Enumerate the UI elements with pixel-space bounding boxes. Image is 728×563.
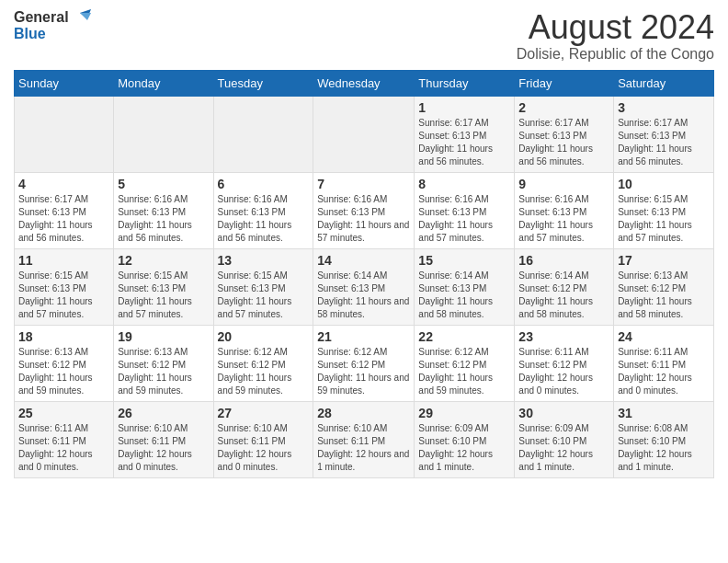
day-number: 7 — [317, 177, 410, 191]
header-sunday: Sunday — [15, 70, 114, 96]
header-saturday: Saturday — [614, 70, 714, 96]
logo-bird-icon — [71, 9, 91, 26]
day-number: 29 — [418, 406, 510, 420]
calendar-cell: 23Sunrise: 6:11 AM Sunset: 6:12 PM Dayli… — [515, 325, 614, 401]
calendar-cell: 2Sunrise: 6:17 AM Sunset: 6:13 PM Daylig… — [515, 96, 614, 172]
calendar-cell: 19Sunrise: 6:13 AM Sunset: 6:12 PM Dayli… — [114, 325, 213, 401]
calendar-cell: 15Sunrise: 6:14 AM Sunset: 6:13 PM Dayli… — [415, 248, 515, 325]
day-number: 14 — [317, 253, 410, 268]
calendar-cell: 4Sunrise: 6:17 AM Sunset: 6:13 PM Daylig… — [15, 172, 114, 248]
header: General Blue August 2024 Dolisie, Republ… — [14, 9, 714, 63]
day-info: Sunrise: 6:17 AM Sunset: 6:13 PM Dayligh… — [18, 193, 109, 245]
logo-blue: Blue — [14, 26, 91, 42]
day-info: Sunrise: 6:16 AM Sunset: 6:13 PM Dayligh… — [418, 193, 510, 245]
day-number: 21 — [317, 329, 410, 344]
calendar-cell: 8Sunrise: 6:16 AM Sunset: 6:13 PM Daylig… — [415, 172, 515, 248]
day-number: 9 — [518, 177, 609, 191]
day-info: Sunrise: 6:16 AM Sunset: 6:13 PM Dayligh… — [518, 193, 609, 245]
day-info: Sunrise: 6:11 AM Sunset: 6:11 PM Dayligh… — [18, 422, 109, 474]
day-number: 17 — [618, 253, 710, 268]
day-number: 28 — [317, 406, 410, 420]
day-number: 1 — [418, 100, 510, 115]
day-number: 26 — [118, 406, 209, 420]
day-info: Sunrise: 6:09 AM Sunset: 6:10 PM Dayligh… — [518, 422, 609, 474]
calendar-cell — [213, 96, 313, 172]
day-number: 18 — [18, 329, 109, 344]
calendar-cell — [15, 96, 114, 172]
day-number: 8 — [418, 177, 510, 191]
day-info: Sunrise: 6:15 AM Sunset: 6:13 PM Dayligh… — [218, 270, 310, 321]
day-number: 15 — [418, 253, 510, 268]
day-number: 19 — [118, 329, 209, 344]
day-info: Sunrise: 6:14 AM Sunset: 6:12 PM Dayligh… — [518, 270, 609, 321]
day-info: Sunrise: 6:10 AM Sunset: 6:11 PM Dayligh… — [118, 422, 209, 474]
day-info: Sunrise: 6:09 AM Sunset: 6:10 PM Dayligh… — [418, 422, 510, 474]
day-number: 5 — [118, 177, 209, 191]
day-info: Sunrise: 6:12 AM Sunset: 6:12 PM Dayligh… — [218, 346, 310, 397]
day-number: 13 — [218, 253, 310, 268]
calendar-cell: 18Sunrise: 6:13 AM Sunset: 6:12 PM Dayli… — [15, 325, 114, 401]
logo-general: General — [14, 9, 69, 26]
logo: General Blue — [14, 9, 91, 42]
calendar-cell: 1Sunrise: 6:17 AM Sunset: 6:13 PM Daylig… — [415, 96, 515, 172]
calendar-cell: 22Sunrise: 6:12 AM Sunset: 6:12 PM Dayli… — [415, 325, 515, 401]
calendar-cell: 25Sunrise: 6:11 AM Sunset: 6:11 PM Dayli… — [15, 401, 114, 477]
calendar-cell: 26Sunrise: 6:10 AM Sunset: 6:11 PM Dayli… — [114, 401, 213, 477]
day-info: Sunrise: 6:15 AM Sunset: 6:13 PM Dayligh… — [618, 193, 710, 245]
subtitle: Dolisie, Republic of the Congo — [517, 46, 714, 63]
calendar-cell: 14Sunrise: 6:14 AM Sunset: 6:13 PM Dayli… — [313, 248, 415, 325]
day-info: Sunrise: 6:10 AM Sunset: 6:11 PM Dayligh… — [317, 422, 410, 474]
day-number: 24 — [618, 329, 710, 344]
calendar-cell: 20Sunrise: 6:12 AM Sunset: 6:12 PM Dayli… — [213, 325, 313, 401]
calendar-cell — [313, 96, 415, 172]
day-info: Sunrise: 6:13 AM Sunset: 6:12 PM Dayligh… — [118, 346, 209, 397]
day-number: 25 — [18, 406, 109, 420]
day-number: 12 — [118, 253, 209, 268]
day-info: Sunrise: 6:11 AM Sunset: 6:12 PM Dayligh… — [518, 346, 609, 397]
day-info: Sunrise: 6:13 AM Sunset: 6:12 PM Dayligh… — [618, 270, 710, 321]
day-info: Sunrise: 6:17 AM Sunset: 6:13 PM Dayligh… — [418, 117, 510, 168]
day-info: Sunrise: 6:14 AM Sunset: 6:13 PM Dayligh… — [317, 270, 410, 321]
day-number: 23 — [518, 329, 609, 344]
calendar-cell: 13Sunrise: 6:15 AM Sunset: 6:13 PM Dayli… — [213, 248, 313, 325]
day-number: 27 — [218, 406, 310, 420]
day-number: 11 — [18, 253, 109, 268]
calendar-cell: 10Sunrise: 6:15 AM Sunset: 6:13 PM Dayli… — [614, 172, 714, 248]
main-title: August 2024 — [517, 9, 714, 46]
header-tuesday: Tuesday — [213, 70, 313, 96]
day-number: 3 — [618, 100, 710, 115]
calendar-week-row: 4Sunrise: 6:17 AM Sunset: 6:13 PM Daylig… — [15, 172, 714, 248]
day-number: 4 — [18, 177, 109, 191]
calendar-cell: 11Sunrise: 6:15 AM Sunset: 6:13 PM Dayli… — [15, 248, 114, 325]
header-thursday: Thursday — [415, 70, 515, 96]
calendar-cell: 16Sunrise: 6:14 AM Sunset: 6:12 PM Dayli… — [515, 248, 614, 325]
day-info: Sunrise: 6:15 AM Sunset: 6:13 PM Dayligh… — [18, 270, 109, 321]
calendar-week-row: 11Sunrise: 6:15 AM Sunset: 6:13 PM Dayli… — [15, 248, 714, 325]
day-info: Sunrise: 6:08 AM Sunset: 6:10 PM Dayligh… — [618, 422, 710, 474]
day-info: Sunrise: 6:11 AM Sunset: 6:11 PM Dayligh… — [618, 346, 710, 397]
svg-marker-1 — [80, 13, 91, 20]
header-friday: Friday — [515, 70, 614, 96]
day-info: Sunrise: 6:10 AM Sunset: 6:11 PM Dayligh… — [218, 422, 310, 474]
calendar-cell: 30Sunrise: 6:09 AM Sunset: 6:10 PM Dayli… — [515, 401, 614, 477]
day-number: 31 — [618, 406, 710, 420]
day-info: Sunrise: 6:15 AM Sunset: 6:13 PM Dayligh… — [118, 270, 209, 321]
day-info: Sunrise: 6:16 AM Sunset: 6:13 PM Dayligh… — [317, 193, 410, 245]
day-info: Sunrise: 6:17 AM Sunset: 6:13 PM Dayligh… — [518, 117, 609, 168]
calendar-cell: 24Sunrise: 6:11 AM Sunset: 6:11 PM Dayli… — [614, 325, 714, 401]
calendar-week-row: 18Sunrise: 6:13 AM Sunset: 6:12 PM Dayli… — [15, 325, 714, 401]
calendar-cell: 21Sunrise: 6:12 AM Sunset: 6:12 PM Dayli… — [313, 325, 415, 401]
calendar-header-row: Sunday Monday Tuesday Wednesday Thursday… — [15, 70, 714, 96]
calendar-cell: 17Sunrise: 6:13 AM Sunset: 6:12 PM Dayli… — [614, 248, 714, 325]
day-number: 20 — [218, 329, 310, 344]
day-number: 16 — [518, 253, 609, 268]
calendar-cell: 28Sunrise: 6:10 AM Sunset: 6:11 PM Dayli… — [313, 401, 415, 477]
day-number: 2 — [518, 100, 609, 115]
calendar-cell — [114, 96, 213, 172]
day-number: 22 — [418, 329, 510, 344]
day-info: Sunrise: 6:12 AM Sunset: 6:12 PM Dayligh… — [317, 346, 410, 397]
header-wednesday: Wednesday — [313, 70, 415, 96]
calendar-cell: 7Sunrise: 6:16 AM Sunset: 6:13 PM Daylig… — [313, 172, 415, 248]
calendar-cell: 29Sunrise: 6:09 AM Sunset: 6:10 PM Dayli… — [415, 401, 515, 477]
day-number: 30 — [518, 406, 609, 420]
